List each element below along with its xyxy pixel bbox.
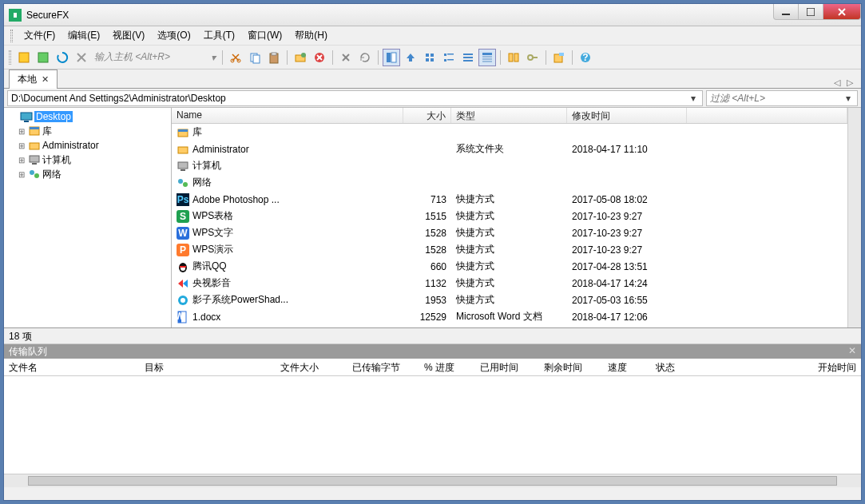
options-icon[interactable]: [550, 49, 568, 66]
tab-close-icon[interactable]: ✕: [42, 74, 49, 85]
expander-icon[interactable]: ⊞: [17, 156, 26, 165]
qcol-status[interactable]: 状态: [651, 359, 699, 375]
file-time: 2017-10-23 9:27: [567, 228, 687, 239]
qcol-target[interactable]: 目标: [140, 359, 276, 375]
filter-input[interactable]: [710, 93, 843, 104]
table-row[interactable]: 计算机: [172, 157, 847, 174]
menubar: 文件(F) 编辑(E) 视图(V) 选项(O) 工具(T) 窗口(W) 帮助(H…: [4, 26, 861, 46]
col-size[interactable]: 大小: [403, 108, 451, 123]
disconnect-icon[interactable]: [73, 49, 90, 66]
menu-file[interactable]: 文件(F): [19, 27, 60, 44]
svg-rect-60: [178, 162, 188, 169]
reconnect-icon[interactable]: [54, 49, 71, 66]
table-row[interactable]: W1.docx12529Microsoft Word 文档2018-04-17 …: [172, 308, 847, 325]
qcol-start[interactable]: 开始时间: [699, 359, 861, 375]
layout-up-icon[interactable]: [402, 49, 419, 66]
qcol-pct[interactable]: % 进度: [419, 359, 475, 375]
tree-node-admin[interactable]: ⊞ Administrator: [6, 138, 169, 153]
qcol-speed[interactable]: 速度: [603, 359, 651, 375]
col-name[interactable]: Name: [172, 108, 403, 123]
file-name: 影子系统PowerShad...: [192, 293, 288, 307]
table-row[interactable]: 影子系统PowerShad...1953快捷方式2017-05-03 16:55: [172, 292, 847, 308]
file-time: 2017-05-08 18:02: [567, 194, 687, 205]
cancel-icon[interactable]: [337, 49, 355, 66]
list-body[interactable]: 库Administrator系统文件夹2018-04-17 11:10计算机网络…: [172, 124, 847, 327]
folder-tree[interactable]: Desktop ⊞ 库 ⊞ Administrator ⊞ 计算机 ⊞ 网络: [4, 108, 172, 327]
qcol-size[interactable]: 文件大小: [276, 359, 347, 375]
view-list-icon[interactable]: [459, 49, 477, 66]
svg-rect-35: [463, 60, 473, 62]
menubar-grip[interactable]: [10, 30, 13, 42]
path-row: ▾ ▾: [4, 89, 861, 108]
svg-rect-1: [14, 13, 17, 18]
toolbar: 输入主机 <Alt+R>▾ ?: [4, 46, 861, 69]
tree-node-network[interactable]: ⊞ 网络: [6, 167, 169, 181]
toolbar-grip[interactable]: [9, 50, 11, 65]
table-row[interactable]: SWPS表格1515快捷方式2017-10-23 9:27: [172, 208, 847, 224]
new-folder-icon[interactable]: [292, 49, 309, 66]
quick-connect-icon[interactable]: [34, 49, 52, 66]
file-name: 央视影音: [192, 276, 231, 290]
table-row[interactable]: PsAdobe Photoshop ...713快捷方式2017-05-08 1…: [172, 191, 847, 208]
filter-box[interactable]: ▾: [706, 90, 858, 106]
key-icon[interactable]: [524, 49, 542, 66]
close-button[interactable]: [823, 4, 861, 20]
file-name: 网络: [192, 176, 212, 189]
refresh-icon[interactable]: [356, 49, 374, 66]
maximize-button[interactable]: [798, 4, 823, 20]
tree-node-desktop[interactable]: Desktop: [6, 109, 169, 124]
table-row[interactable]: 央视影音1132快捷方式2018-04-17 14:24: [172, 275, 847, 292]
tab-local[interactable]: 本地 ✕: [9, 69, 58, 89]
menu-options[interactable]: 选项(O): [153, 27, 195, 44]
table-row[interactable]: PWPS演示1528快捷方式2017-10-23 9:27: [172, 241, 847, 258]
queue-hscrollbar[interactable]: [4, 474, 861, 487]
sync-icon[interactable]: [505, 49, 522, 66]
connect-icon[interactable]: [15, 49, 33, 66]
tree-node-lib[interactable]: ⊞ 库: [6, 124, 169, 138]
svg-rect-3: [807, 8, 815, 16]
table-row[interactable]: 库: [172, 124, 847, 141]
col-type[interactable]: 类型: [451, 108, 567, 123]
queue-close-icon[interactable]: ✕: [848, 345, 856, 358]
qcol-remain[interactable]: 剩余时间: [539, 359, 603, 375]
host-input[interactable]: 输入主机 <Alt+R>▾: [91, 50, 219, 64]
minimize-button[interactable]: [773, 4, 799, 20]
svg-point-63: [183, 182, 188, 187]
qcol-xferred[interactable]: 已传输字节: [347, 359, 419, 375]
delete-icon[interactable]: [311, 49, 328, 66]
menu-tools[interactable]: 工具(T): [199, 27, 240, 44]
layout-side-icon[interactable]: [383, 49, 400, 66]
expander-icon[interactable]: ⊞: [17, 127, 26, 136]
svg-rect-61: [181, 169, 185, 171]
cut-icon[interactable]: [227, 49, 244, 66]
path-dropdown-icon[interactable]: ▾: [688, 93, 699, 104]
queue-body[interactable]: [4, 376, 861, 474]
view-details-icon[interactable]: [478, 49, 496, 66]
qcol-elapsed[interactable]: 已用时间: [475, 359, 539, 375]
expander-icon[interactable]: ⊞: [17, 170, 26, 179]
table-row[interactable]: 网络: [172, 174, 847, 191]
copy-icon[interactable]: [246, 49, 264, 66]
app-icon: [9, 9, 22, 22]
filter-dropdown-icon[interactable]: ▾: [843, 93, 854, 104]
view-large-icon[interactable]: [421, 49, 438, 66]
tab-prev-icon[interactable]: ◁: [831, 77, 843, 88]
vertical-scrollbar[interactable]: [847, 108, 861, 327]
path-input[interactable]: [11, 93, 688, 104]
col-time[interactable]: 修改时间: [567, 108, 687, 123]
tab-next-icon[interactable]: ▷: [843, 77, 856, 88]
qcol-filename[interactable]: 文件名: [4, 359, 140, 375]
table-row[interactable]: 腾讯QQ660快捷方式2017-04-28 13:51: [172, 258, 847, 275]
table-row[interactable]: WWPS文字1528快捷方式2017-10-23 9:27: [172, 224, 847, 241]
expander-icon[interactable]: ⊞: [17, 141, 26, 150]
tree-node-computer[interactable]: ⊞ 计算机: [6, 153, 169, 167]
menu-view[interactable]: 视图(V): [108, 27, 149, 44]
view-small-icon[interactable]: [440, 49, 458, 66]
menu-window[interactable]: 窗口(W): [243, 27, 287, 44]
path-box[interactable]: ▾: [7, 90, 703, 106]
menu-edit[interactable]: 编辑(E): [63, 27, 105, 44]
table-row[interactable]: Administrator系统文件夹2018-04-17 11:10: [172, 141, 847, 157]
paste-icon[interactable]: [265, 49, 283, 66]
help-icon[interactable]: ?: [577, 49, 594, 66]
menu-help[interactable]: 帮助(H): [290, 27, 332, 44]
